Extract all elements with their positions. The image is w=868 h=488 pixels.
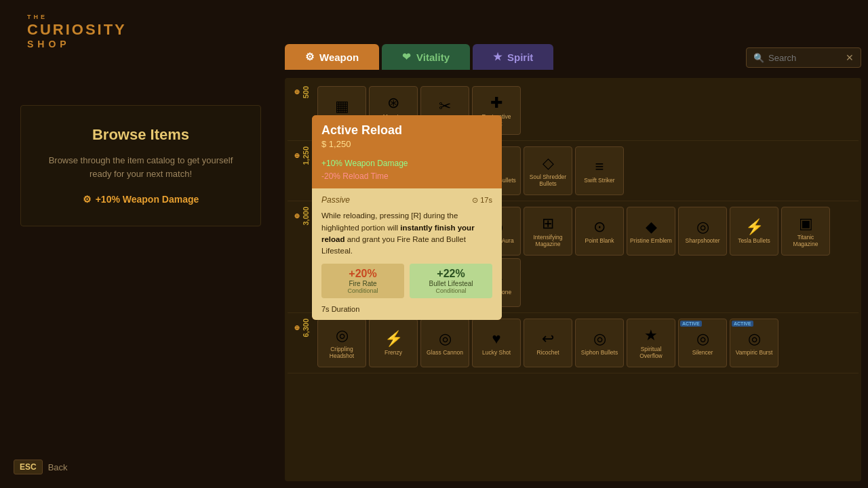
tooltip-price: $ 1,250 [321,139,492,149]
item-name: Spiritual Overflow [630,346,672,359]
item-icon: ◎ [336,327,349,344]
effect-label-fire-rate: Fire Rate [327,280,399,287]
item-card[interactable]: ACTIVE◎Silencer [678,319,727,367]
item-name: Intensifying Magazine [527,234,569,247]
tooltip-title: Active Reload [321,123,492,138]
item-icon: ◎ [696,218,709,236]
item-card[interactable]: ◆Pristine Emblem [627,207,675,256]
browse-panel: Browse Items Browse through the item cat… [20,105,261,226]
item-icon: ✂ [439,98,451,115]
effect-cond-lifesteal: Conditional [415,287,487,294]
search-bar: 🔍 ✕ [746,47,861,68]
item-card[interactable]: ◎Crippling Headshot [317,319,366,367]
item-icon: ♥ [492,330,500,348]
spirit-icon: ★ [493,51,502,63]
logo: THE CURIOSITY SHOP [27,14,127,50]
item-icon: ◎ [748,330,761,348]
cooldown-badge: ⊙ 17s [472,196,492,205]
tabs: ⚙ Weapon ❤ Vitality ★ Spirit 🔍 ✕ [285,44,861,70]
weapon-icon: ⚙ [305,51,314,63]
item-card[interactable]: ACTIVE◎Vampiric Burst [730,319,778,367]
item-icon: ★ [644,327,658,344]
tab-weapon-label: Weapon [319,52,359,63]
item-name: Ricochet [536,349,559,356]
shop-area: ⚙ Weapon ❤ Vitality ★ Spirit 🔍 ✕ Active … [285,44,861,481]
tab-spirit[interactable]: ★ Spirit [473,44,553,70]
item-card[interactable]: ≡Swift Striker [575,146,624,195]
tooltip-passive-row: Passive ⊙ 17s [321,195,492,205]
item-name: Swift Striker [584,177,614,184]
tab-weapon[interactable]: ⚙ Weapon [285,44,379,70]
item-card[interactable]: ↩Ricochet [524,319,572,367]
price-label-1: ⊕1,250 [293,146,313,165]
tab-spirit-label: Spirit [507,52,533,63]
browse-title: Browse Items [38,126,243,144]
price-label-0: ⊕500 [293,86,313,98]
item-card[interactable]: ♥Lucky Shot [472,319,521,367]
item-name: Crippling Headshot [321,346,363,359]
item-icon: ↩ [542,330,554,348]
item-card[interactable]: ★Spiritual Overflow [627,319,675,367]
item-icon: ⊞ [542,215,554,232]
item-icon: ◆ [646,218,657,236]
effect-lifesteal: +22% Bullet Lifesteal Conditional [410,264,492,298]
item-card[interactable]: ◎Siphon Bullets [575,319,624,367]
tooltip-stat-2: -20% Reload Time [321,170,492,183]
item-card[interactable]: ⚡Tesla Bullets [730,207,778,256]
search-input[interactable] [768,53,842,63]
item-icon: ◎ [593,330,606,348]
item-card[interactable]: ◎Sharpshooter [678,207,727,256]
effect-value-lifesteal: +22% [415,268,487,280]
item-name: Tesla Bullets [738,237,770,244]
items-grid-3: ◎Crippling Headshot⚡Frenzy◎Glass Cannon♥… [317,319,853,367]
tooltip-header: Active Reload $ 1,250 [312,115,502,155]
item-icon: ⊛ [387,94,399,112]
item-icon: ⚡ [745,218,764,236]
item-icon: ✚ [490,94,502,112]
passive-label: Passive [321,195,350,205]
item-name: Frenzy [384,349,402,356]
item-card[interactable]: ◇Soul Shredder Bullets [524,146,572,195]
item-icon: ◇ [542,155,554,172]
effect-value-fire-rate: +20% [327,268,399,280]
browse-description: Browse through the item catalog to get y… [38,154,243,180]
effect-cond-fire-rate: Conditional [327,287,399,294]
tooltip-duration: 7s Duration [321,305,492,313]
item-card[interactable]: ▣Titanic Magazine [781,207,830,256]
tooltip-effects: +20% Fire Rate Conditional +22% Bullet L… [321,264,492,298]
item-card[interactable]: ◎Glass Cannon [420,319,469,367]
item-tooltip: Active Reload $ 1,250 +10% Weapon Damage… [312,115,502,320]
effect-fire-rate: +20% Fire Rate Conditional [321,264,404,298]
close-icon[interactable]: ✕ [846,52,854,63]
item-icon: ⊙ [593,218,606,236]
item-card[interactable]: ⚡Frenzy [369,319,418,367]
effect-label-lifesteal: Bullet Lifesteal [415,280,487,287]
item-name: Silencer [692,349,713,356]
item-name: Titanic Magazine [785,234,827,247]
item-name: Sharpshooter [685,237,719,244]
price-label-2: ⊕3,000 [293,207,313,226]
item-name: Pristine Emblem [630,237,672,244]
weapon-damage-badge: ⚙ +10% Weapon Damage [83,194,199,205]
item-name: Siphon Bullets [581,349,618,356]
tooltip-stats: +10% Weapon Damage -20% Reload Time [312,155,502,188]
clock-icon: ⊙ [472,196,478,205]
item-icon: ⚡ [384,330,403,348]
tooltip-stat-1: +10% Weapon Damage [321,157,492,170]
item-card[interactable]: ⊞Intensifying Magazine [524,207,572,256]
tab-vitality[interactable]: ❤ Vitality [382,44,470,70]
item-name: Glass Cannon [427,349,463,356]
item-name: Lucky Shot [482,349,511,356]
price-row-3: ⊕6,300◎Crippling Headshot⚡Frenzy◎Glass C… [288,313,859,373]
esc-button[interactable]: ESC Back [14,460,68,474]
grid-area: Active Reload $ 1,250 +10% Weapon Damage… [285,78,861,481]
item-icon: ▦ [335,98,349,115]
item-icon: ▣ [799,215,813,232]
vitality-icon: ❤ [402,51,411,63]
item-name: Soul Shredder Bullets [527,174,569,187]
tooltip-description: While reloading, pressing [R] during the… [321,210,492,257]
item-card[interactable]: ⊙Point Blank [575,207,624,256]
item-icon: ◎ [696,330,709,348]
item-icon: ◎ [439,330,452,348]
price-label-3: ⊕6,300 [293,319,313,338]
